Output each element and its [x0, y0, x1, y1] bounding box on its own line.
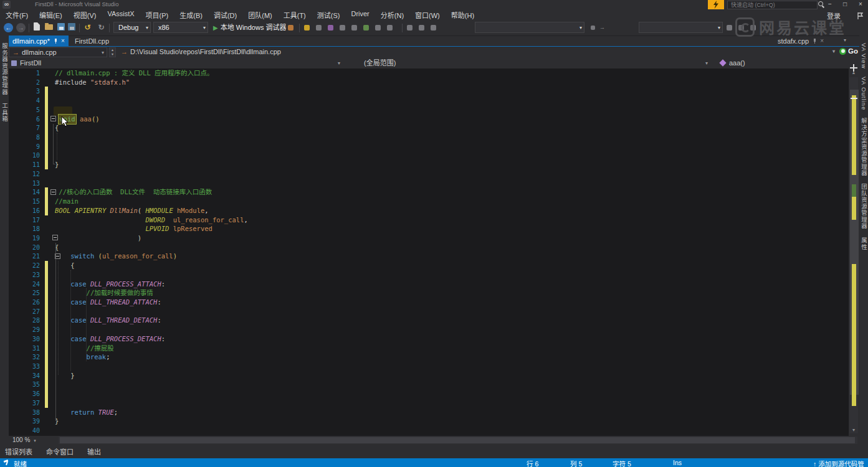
code-line-17[interactable]: 17 DWORD ul_reason_for_call, [9, 215, 849, 225]
toolbar-icon-4[interactable] [340, 25, 345, 31]
code-line-25[interactable]: 25 //加载时候要做的事情 [9, 288, 849, 298]
close-tab-icon[interactable]: × [61, 37, 65, 44]
code-line-26[interactable]: 26 case DLL_THREAD_ATTACH: [9, 298, 849, 307]
redo-icon[interactable]: ↻ [96, 22, 107, 33]
start-debug-button[interactable]: ▶本地 Windows 调试器▾ [213, 22, 292, 34]
menu-item-8[interactable]: 工具(T) [278, 10, 312, 20]
code-line-40[interactable]: 40 [9, 426, 849, 435]
code-line-35[interactable]: 35 [9, 380, 849, 389]
code-line-28[interactable]: 28 case DLL_THREAD_DETACH: [9, 316, 849, 325]
pin-icon[interactable] [54, 39, 58, 43]
horizontal-scrollbar[interactable] [59, 436, 857, 444]
menu-item-1[interactable]: 编辑(E) [34, 10, 68, 20]
toolbar-icon-9[interactable] [407, 25, 413, 31]
code-line-13[interactable]: 13 [9, 179, 849, 188]
code-line-3[interactable]: 3 [9, 87, 849, 96]
navigate-back-icon[interactable]: ← [4, 23, 13, 32]
toolbar-icon-8[interactable] [387, 25, 393, 31]
code-line-19[interactable]: 19 ) [9, 234, 849, 243]
tool-window-tab-2[interactable]: 解决方案资源管理器 [859, 118, 868, 177]
tab-list-dropdown-icon[interactable]: ▾ [844, 37, 846, 43]
code-line-20[interactable]: 20{ [9, 243, 849, 252]
code-line-24[interactable]: 24 case DLL_PROCESS_ATTACH: [9, 280, 849, 289]
panel-tab-2[interactable]: 输出 [87, 446, 101, 456]
vertical-scrollbar[interactable]: ▲ ▲ [849, 68, 859, 436]
project-dropdown-icon[interactable]: ▾ [338, 60, 340, 66]
code-line-32[interactable]: 32 break; [9, 352, 849, 362]
tab-firstdll-cpp[interactable]: FirstDll.cpp [71, 35, 113, 46]
toolbar-icon-13[interactable]: → [597, 22, 608, 33]
project-dropdown[interactable]: FirstDll [11, 59, 41, 68]
code-line-37[interactable]: 37 [9, 399, 849, 408]
menu-item-2[interactable]: 视图(V) [68, 10, 102, 20]
menu-item-7[interactable]: 团队(M) [242, 10, 278, 20]
code-line-22[interactable]: 22 { [9, 261, 849, 270]
add-to-source-control-button[interactable]: ↑ 添加到源代码管理 ▲ [813, 459, 868, 467]
code-line-11[interactable]: 11} [9, 160, 849, 169]
menu-item-3[interactable]: VAssistX [102, 10, 140, 20]
code-line-18[interactable]: 18 LPVOID lpReserved [9, 224, 849, 234]
menu-item-6[interactable]: 调试(D) [208, 10, 242, 20]
toolbar-icon-11[interactable] [431, 25, 436, 31]
code-line-27[interactable]: 27 [9, 307, 849, 316]
zoom-dropdown[interactable]: 100 %▾ [12, 436, 36, 443]
flash-extension-icon[interactable] [708, 0, 724, 9]
code-line-5[interactable]: 5 [9, 105, 849, 115]
code-line-33[interactable]: 33 [9, 362, 849, 371]
code-line-21[interactable]: 21 switch (ul_reason_for_call) [9, 252, 849, 261]
toolbar-combo-2[interactable]: ▾ [639, 22, 723, 33]
member-dropdown[interactable]: aaa() [719, 59, 745, 68]
toolbar-icon-5[interactable] [351, 25, 357, 31]
new-file-icon[interactable] [34, 22, 40, 31]
minimize-button[interactable]: − [824, 0, 836, 9]
code-line-23[interactable]: 23 [9, 270, 849, 280]
panel-tab-1[interactable]: 命令窗口 [46, 446, 74, 456]
attach-process-icon[interactable] [288, 25, 293, 31]
scrollbar-track[interactable] [849, 77, 858, 433]
toolbar-icon-10[interactable] [419, 25, 424, 31]
open-folder-icon[interactable] [45, 24, 53, 30]
va-context-dropdown[interactable]: →dllmain.cpp ▾ [9, 47, 107, 57]
menu-item-11[interactable]: 分析(N) [375, 10, 409, 20]
menu-item-10[interactable]: Driver [345, 10, 374, 20]
tab-dllmain-cpp[interactable]: dllmain.cpp* × [9, 35, 69, 46]
code-line-2[interactable]: 2#include "stdafx.h" [9, 78, 849, 87]
code-line-6[interactable]: 6 void aaa() [9, 115, 849, 124]
code-line-9[interactable]: 9 [9, 142, 849, 151]
menu-item-13[interactable]: 帮助(H) [446, 10, 480, 20]
toolbar-icon-1[interactable] [304, 25, 310, 31]
tool-window-tab-1[interactable]: 工具箱 [0, 103, 9, 123]
horizontal-thumb[interactable] [60, 437, 855, 443]
code-line-30[interactable]: 30 case DLL_PROCESS_DETACH: [9, 334, 849, 344]
code-line-8[interactable]: 8 [9, 133, 849, 142]
platform-dropdown[interactable]: x86▾ [153, 22, 208, 33]
quick-launch-input[interactable]: 快速启动 (Ctrl+Q) [727, 1, 818, 9]
code-line-1[interactable]: 1// dllmain.cpp : 定义 DLL 应用程序的入口点。 [9, 68, 849, 78]
code-editor[interactable]: 1// dllmain.cpp : 定义 DLL 应用程序的入口点。2#incl… [9, 68, 849, 436]
toolbar-icon-6[interactable] [363, 25, 369, 31]
navigate-forward-icon[interactable]: → [16, 23, 26, 32]
code-line-39[interactable]: 39} [9, 417, 849, 426]
code-line-7[interactable]: 7{ [9, 123, 849, 133]
menu-item-4[interactable]: 项目(P) [140, 10, 174, 20]
tool-window-tab-3[interactable]: 团队资源管理器 [859, 184, 868, 230]
menu-item-12[interactable]: 窗口(W) [409, 10, 446, 20]
tool-window-tab-0[interactable]: 服务器资源管理器 [0, 43, 9, 95]
panel-tab-0[interactable]: 错误列表 [5, 446, 32, 456]
menu-item-0[interactable]: 文件(F) [0, 10, 34, 20]
toolbar-icon-7[interactable] [375, 25, 381, 31]
scroll-down-icon[interactable]: ▲ [849, 428, 859, 433]
tool-window-tab-0[interactable]: VA View [861, 43, 867, 69]
toolbar-combo-1[interactable]: ▾ [475, 22, 584, 33]
va-go-button[interactable]: ▾ Go [832, 47, 858, 55]
save-all-icon[interactable] [68, 23, 75, 31]
code-line-36[interactable]: 36 [9, 389, 849, 399]
code-line-34[interactable]: 34 } [9, 371, 849, 380]
close-button[interactable]: × [854, 0, 867, 9]
toolbar-icon-14[interactable] [727, 25, 732, 31]
pin-icon[interactable] [813, 39, 817, 43]
close-tab-icon[interactable]: × [820, 37, 824, 44]
tool-window-tab-1[interactable]: VA Outline [861, 77, 867, 110]
toolbar-icon-3[interactable] [328, 25, 333, 31]
solution-config-dropdown[interactable]: Debug▾ [113, 22, 151, 33]
